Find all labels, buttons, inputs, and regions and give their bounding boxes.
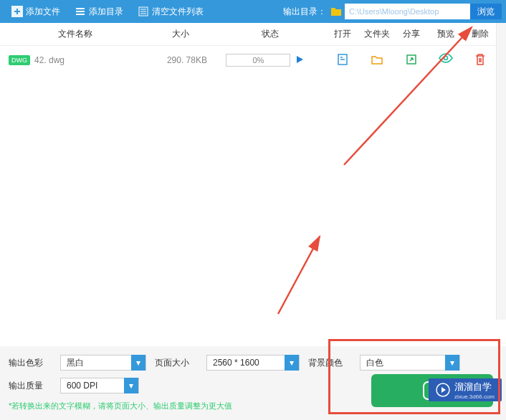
watermark-badge: 溜溜自学 zixue.3d66.com [429, 378, 502, 401]
add-file-label: 添加文件 [26, 6, 60, 18]
watermark-sub: zixue.3d66.com [454, 393, 495, 400]
plus-icon [11, 6, 23, 17]
file-type-badge: DWG [9, 55, 30, 65]
action-icons [325, 53, 497, 68]
settings-row-1: 输出色彩 黑白 ▾ 页面大小 2560 * 1600 ▾ 背景颜色 白色 ▾ [9, 355, 497, 371]
col-size: 大小 [141, 28, 220, 40]
col-folder: 文件夹 [360, 28, 394, 40]
browse-button[interactable]: 浏览 [470, 4, 502, 19]
bg-value: 白色 [361, 357, 445, 369]
scrollbar[interactable] [496, 23, 506, 320]
page-value: 2560 * 1600 [207, 358, 285, 368]
quality-dropdown[interactable]: 600 DPI ▾ [60, 378, 139, 393]
open-icon[interactable] [325, 53, 360, 68]
col-share: 分享 [394, 28, 429, 40]
color-label: 输出色彩 [9, 357, 52, 369]
chevron-down-icon: ▾ [131, 355, 145, 371]
clear-list-button[interactable]: 清空文件列表 [130, 0, 211, 23]
col-status: 状态 [220, 28, 320, 40]
delete-icon[interactable] [463, 53, 497, 68]
col-preview: 预览 [429, 28, 463, 40]
file-list: DWG 42. dwg 290. 78KB 0% [0, 46, 506, 304]
browse-label: 浏览 [477, 6, 495, 18]
add-dir-button[interactable]: 添加目录 [67, 0, 130, 23]
svg-point-4 [444, 56, 448, 59]
chevron-down-icon: ▾ [445, 355, 459, 371]
bg-dropdown[interactable]: 白色 ▾ [360, 355, 460, 371]
list-icon [75, 6, 86, 17]
file-row[interactable]: DWG 42. dwg 290. 78KB 0% [0, 46, 506, 75]
quality-value: 600 DPI [61, 381, 124, 391]
watermark-brand: 溜溜自学 [454, 381, 495, 393]
col-open: 打开 [325, 28, 360, 40]
column-headers: 文件名称 大小 状态 打开 文件夹 分享 预览 删除 [0, 23, 506, 46]
play-circle-icon [436, 383, 450, 397]
chevron-down-icon: ▾ [285, 355, 299, 371]
page-label: 页面大小 [155, 357, 198, 369]
output-dir-label: 输出目录： [283, 6, 326, 18]
col-name: 文件名称 [9, 28, 141, 40]
clear-icon [138, 6, 149, 17]
file-size: 290. 78KB [148, 55, 226, 65]
progress-bar: 0% [226, 54, 290, 67]
bg-label: 背景颜色 [308, 357, 351, 369]
preview-icon[interactable] [429, 53, 463, 68]
share-icon[interactable] [394, 53, 429, 68]
add-dir-label: 添加目录 [89, 6, 123, 18]
play-icon[interactable] [295, 54, 305, 67]
add-file-button[interactable]: 添加文件 [4, 0, 67, 23]
open-folder-icon[interactable] [360, 53, 394, 68]
output-path-field[interactable]: C:\Users\Mloong\Desktop [345, 4, 470, 19]
col-actions: 打开 文件夹 分享 预览 删除 [320, 28, 497, 40]
clear-list-label: 清空文件列表 [152, 6, 204, 18]
folder-icon [330, 6, 342, 17]
color-dropdown[interactable]: 黑白 ▾ [60, 355, 146, 371]
chevron-down-icon: ▾ [124, 378, 138, 393]
page-dropdown[interactable]: 2560 * 1600 ▾ [206, 355, 300, 371]
top-toolbar: 添加文件 添加目录 清空文件列表 输出目录： C:\Users\Mloong\D… [0, 0, 506, 23]
col-delete: 删除 [463, 28, 497, 40]
file-name: 42. dwg [34, 55, 148, 65]
color-value: 黑白 [61, 357, 131, 369]
quality-label: 输出质量 [9, 380, 52, 392]
progress-cell: 0% [226, 54, 325, 67]
output-path-text: C:\Users\Mloong\Desktop [349, 7, 439, 16]
